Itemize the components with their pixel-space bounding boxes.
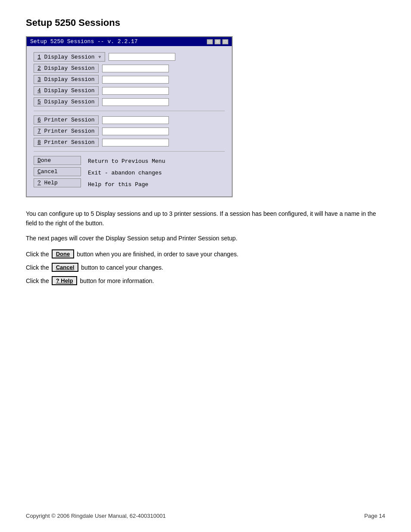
instruction-done-prefix: Click the [26,251,49,258]
display-sessions-group: 1 Display Session ▿ 2 Display Session 3 … [34,52,225,106]
dialog-wrapper: Setup 5250 Sessions -- v. 2.2.17 · o □ 1… [26,36,385,197]
printer-session-btn-6[interactable]: 6 Printer Session [34,115,99,124]
separator-2 [34,151,225,152]
display-session-field-1[interactable] [109,53,175,61]
printer-session-row-7: 7 Printer Session [34,127,225,136]
footer-page: Page 14 [364,513,385,519]
printer-session-row-6: 6 Printer Session [34,115,225,124]
inline-done-btn[interactable]: Done [52,249,75,258]
cancel-label: Exit - abandon changes [88,168,165,178]
done-label: Return to Previous Menu [88,157,165,166]
printer-sessions-group: 6 Printer Session 7 Printer Session 8 Pr… [34,115,225,147]
display-session-btn-4[interactable]: 4 Display Session [34,86,99,95]
display-session-row-3: 3 Display Session [34,75,225,84]
instruction-help: Click the ? Help button for more informa… [26,276,385,285]
dialog-box: Setup 5250 Sessions -- v. 2.2.17 · o □ 1… [26,36,233,197]
display-session-btn-2[interactable]: 2 Display Session [34,64,99,73]
instruction-done: Click the Done button when you are finis… [26,249,385,258]
display-session-field-4[interactable] [102,87,169,95]
display-session-field-5[interactable] [102,98,169,106]
done-btn[interactable]: Done [34,156,81,165]
printer-session-field-6[interactable] [102,116,169,124]
footer: Copyright © 2006 Ringdale User Manual, 6… [26,513,385,519]
instruction-cancel-suffix: button to cancel your changes. [81,264,163,271]
printer-session-field-8[interactable] [102,139,169,146]
dialog-body: 1 Display Session ▿ 2 Display Session 3 … [27,46,232,196]
description-1: You can configure up to 5 Display sessio… [26,209,379,228]
display-session-btn-1[interactable]: 1 Display Session ▿ [34,52,105,62]
printer-session-btn-7[interactable]: 7 Printer Session [34,127,99,136]
titlebar-controls: · o □ [207,39,228,44]
dialog-titlebar: Setup 5250 Sessions -- v. 2.2.17 · o □ [27,37,232,46]
help-btn[interactable]: ? Help [34,178,81,187]
display-session-field-2[interactable] [102,65,169,72]
instruction-done-suffix: button when you are finished, in order t… [77,251,238,258]
instruction-help-prefix: Click the [26,277,49,284]
page-title: Setup 5250 Sessions [26,17,385,28]
action-section: Done Cancel ? Help Return to Previous Me… [34,156,225,190]
titlebar-restore-btn[interactable]: o [215,39,221,44]
action-buttons: Done Cancel ? Help [34,156,81,190]
separator-1 [34,111,225,111]
display-session-row-4: 4 Display Session [34,86,225,95]
cancel-btn[interactable]: Cancel [34,167,81,176]
display-session-row-2: 2 Display Session [34,64,225,73]
display-session-btn-3[interactable]: 3 Display Session [34,75,99,84]
printer-session-field-7[interactable] [102,128,169,135]
description-2: The next pages will cover the Display Se… [26,234,379,243]
display-session-btn-5[interactable]: 5 Display Session [34,97,99,106]
instruction-cancel: Click the Cancel button to cancel your c… [26,263,385,272]
footer-copyright: Copyright © 2006 Ringdale User Manual, 6… [26,513,166,519]
inline-help-btn[interactable]: ? Help [52,276,78,285]
display-session-row-5: 5 Display Session [34,97,225,106]
display-session-field-3[interactable] [102,76,169,84]
inline-cancel-btn[interactable]: Cancel [52,263,79,272]
action-labels: Return to Previous Menu Exit - abandon c… [88,156,165,190]
titlebar-close-btn[interactable]: □ [222,39,228,44]
printer-session-row-8: 8 Printer Session [34,138,225,147]
printer-session-btn-8[interactable]: 8 Printer Session [34,138,99,147]
titlebar-minimize-btn[interactable]: · [207,39,213,44]
help-label: Help for this Page [88,180,165,190]
dialog-title-text: Setup 5250 Sessions -- v. 2.2.17 [30,38,138,45]
instruction-cancel-prefix: Click the [26,264,49,271]
display-session-row-1: 1 Display Session ▿ [34,52,225,62]
instruction-help-suffix: button for more information. [80,277,154,284]
